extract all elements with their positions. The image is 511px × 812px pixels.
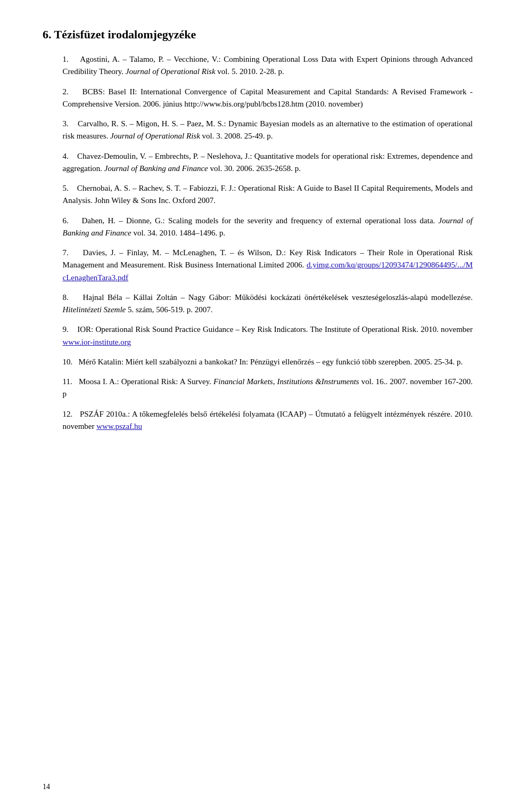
list-item: 11. Moosa I. A.: Operational Risk: A Sur… [43,376,473,401]
ref-number: 2. [63,87,69,96]
list-item: 12. PSZÁF 2010a.: A tőkemegfelelés belső… [43,408,473,433]
ref-number: 12. [63,410,73,418]
ref7-link[interactable]: d.yimg.com/kq/groups/12093474/1290864495… [63,261,473,281]
list-item: 2. BCBS: Basel II: International Converg… [43,86,473,111]
ref-number: 4. [63,152,69,160]
list-item: 3. Carvalho, R. S. – Migon, H. S. – Paez… [43,118,473,143]
list-item: 7. Davies, J. – Finlay, M. – McLenaghen,… [43,247,473,284]
references-list: 1. Agostini, A. – Talamo, P. – Vecchione… [43,53,473,433]
ref12-link[interactable]: www.pszaf.hu [96,422,142,431]
ref-number: 8. [63,293,69,302]
page-number: 14 [43,781,50,793]
ref-number: 5. [63,184,69,192]
list-item: 10. Mérő Katalin: Miért kell szabályozni… [43,356,473,368]
list-item: 6. Dahen, H. – Dionne, G.: Scaling model… [43,215,473,240]
list-item: 4. Chavez-Demoulin, V. – Embrechts, P. –… [43,150,473,175]
list-item: 9. IOR: Operational Risk Sound Practice … [43,323,473,348]
ref-number: 9. [63,325,69,334]
ref-number: 1. [63,55,69,63]
ref9-link[interactable]: www.ior-institute.org [63,338,131,346]
ref-number: 11. [63,377,72,386]
section-title: 6. Tézisfüzet irodalomjegyzéke [43,26,473,44]
ref-number: 6. [63,216,69,225]
ref-number: 3. [63,119,69,128]
list-item: 8. Hajnal Béla – Kállai Zoltán – Nagy Gá… [43,291,473,316]
list-item: 5. Chernobai, A. S. – Rachev, S. T. – Fa… [43,182,473,207]
ref-number: 10. [63,358,73,366]
ref-number: 7. [63,248,69,257]
list-item: 1. Agostini, A. – Talamo, P. – Vecchione… [43,53,473,78]
